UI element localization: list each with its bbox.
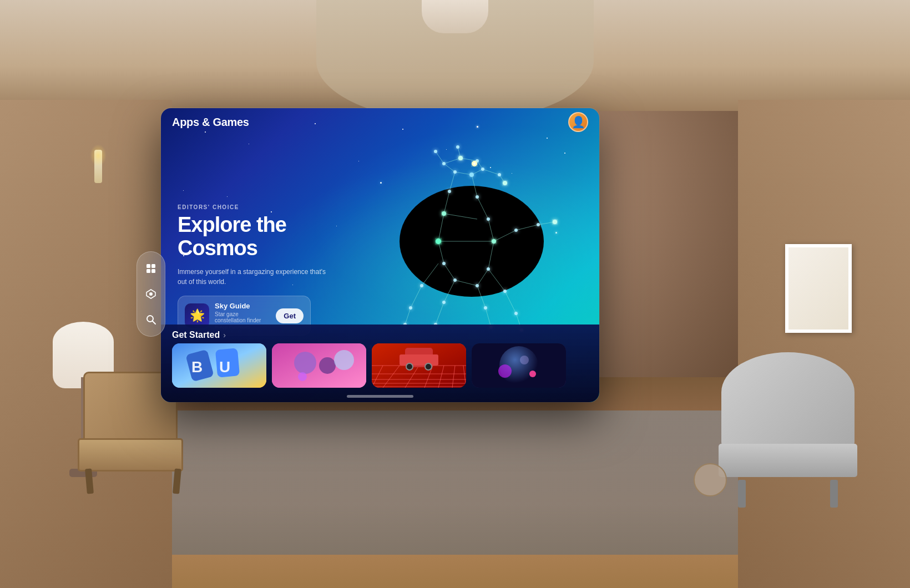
right-wall	[738, 100, 910, 588]
svg-rect-2	[146, 269, 150, 273]
hero-section: Apps & Games 👤 EDITORS' CHOICE Explore t…	[161, 108, 599, 402]
svg-line-31	[405, 308, 411, 325]
svg-point-4	[149, 292, 153, 296]
bottom-card-4[interactable]	[472, 343, 566, 388]
svg-point-61	[476, 284, 479, 287]
svg-point-75	[434, 150, 437, 153]
svg-line-36	[436, 302, 444, 325]
chair-seat-right	[719, 444, 857, 477]
svg-point-87	[334, 350, 354, 370]
ceiling	[0, 0, 910, 111]
svg-line-30	[411, 286, 422, 308]
svg-point-104	[406, 363, 413, 370]
apps-icon	[145, 263, 156, 274]
svg-line-13	[444, 164, 455, 172]
svg-point-52	[448, 190, 451, 193]
hero-content: EDITORS' CHOICE Explore the Cosmos Immer…	[178, 204, 333, 336]
svg-line-6	[153, 321, 155, 324]
svg-rect-3	[151, 269, 155, 273]
wall-sconce	[93, 150, 103, 194]
sidebar-item-apps[interactable]	[140, 257, 162, 280]
side-table	[694, 463, 727, 496]
card-1-art: B U	[172, 343, 266, 388]
hero-title-line1: Explore the	[178, 213, 286, 236]
bottom-card-1[interactable]: B U	[172, 343, 266, 388]
constellation-bear	[333, 119, 583, 352]
app-description: Star gaze constellation finder	[215, 311, 270, 323]
svg-rect-0	[146, 264, 150, 268]
hero-subtitle: Immerse yourself in a stargazing experie…	[178, 267, 333, 287]
chair-seat	[78, 438, 183, 472]
svg-rect-1	[151, 264, 155, 268]
search-icon	[145, 314, 156, 325]
window-handle-bar[interactable]	[347, 395, 413, 398]
app-name: Sky Guide	[215, 302, 270, 310]
svg-line-41	[538, 222, 555, 225]
get-started-arrow: ›	[223, 331, 226, 339]
svg-point-74	[553, 220, 557, 224]
svg-point-49	[453, 170, 457, 174]
svg-point-76	[456, 145, 459, 149]
svg-point-110	[529, 371, 536, 377]
bottom-card-2[interactable]	[272, 343, 366, 388]
app-title: Apps & Games	[172, 116, 249, 129]
svg-text:U: U	[219, 358, 230, 376]
svg-rect-103	[400, 354, 438, 366]
card-2-art	[272, 343, 366, 388]
svg-line-8	[444, 158, 461, 164]
svg-point-60	[453, 278, 457, 282]
svg-point-59	[487, 267, 490, 271]
card-4-art	[472, 343, 566, 388]
get-started-header: Get Started ›	[161, 325, 599, 343]
chair-leg-left	[85, 469, 94, 494]
svg-line-33	[505, 291, 516, 313]
arcade-icon	[145, 288, 156, 300]
avatar-image: 👤	[572, 115, 585, 129]
svg-text:B: B	[191, 358, 203, 376]
svg-line-14	[483, 169, 499, 175]
svg-point-47	[481, 168, 484, 171]
svg-point-65	[503, 290, 507, 293]
svg-point-50	[498, 173, 501, 176]
svg-point-78	[473, 163, 476, 165]
chair-right	[716, 352, 860, 508]
sidebar-item-search[interactable]	[140, 308, 162, 331]
svg-point-56	[436, 239, 441, 244]
bottom-card-3[interactable]	[372, 343, 466, 388]
svg-point-66	[514, 312, 518, 315]
svg-point-88	[298, 372, 307, 381]
hero-title-line2: Cosmos	[178, 236, 257, 260]
svg-point-73	[537, 223, 540, 226]
chair-leg-right	[173, 469, 181, 494]
app-window: Apps & Games 👤 EDITORS' CHOICE Explore t…	[161, 108, 599, 402]
get-started-label: Get Started	[172, 330, 220, 340]
svg-point-62	[420, 284, 423, 287]
chair-leg-r2	[830, 480, 838, 508]
ceiling-light	[422, 0, 488, 33]
svg-point-70	[484, 306, 487, 310]
hero-title: Explore the Cosmos	[178, 214, 333, 260]
bottom-section: Get Started ›	[161, 325, 599, 402]
bottom-cards-row: B U	[161, 343, 599, 388]
svg-point-53	[476, 195, 479, 199]
chair-leg-r1	[738, 480, 746, 508]
svg-point-72	[514, 229, 518, 232]
svg-point-86	[319, 357, 336, 374]
get-button[interactable]: Get	[276, 308, 304, 323]
svg-point-55	[487, 217, 490, 221]
wall-art	[785, 244, 852, 333]
card-3-art	[372, 343, 466, 388]
svg-point-45	[458, 156, 463, 160]
sidebar-item-arcade[interactable]	[140, 283, 162, 305]
svg-line-12	[455, 172, 472, 175]
svg-point-48	[469, 173, 474, 177]
svg-point-58	[442, 262, 446, 265]
svg-point-105	[425, 363, 432, 370]
app-header: Apps & Games 👤	[161, 108, 599, 136]
sidebar	[136, 251, 165, 337]
avatar[interactable]: 👤	[568, 112, 588, 132]
svg-point-108	[520, 356, 529, 364]
svg-point-109	[498, 364, 512, 378]
svg-point-68	[442, 301, 446, 304]
svg-line-42	[436, 151, 444, 164]
